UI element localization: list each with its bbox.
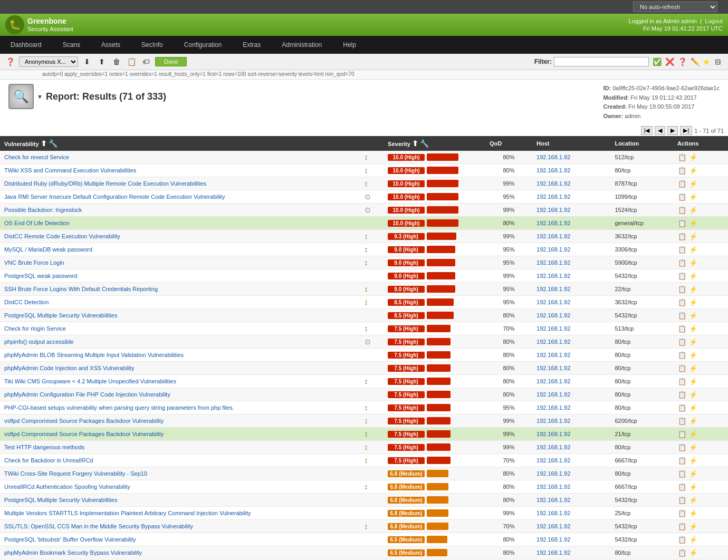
details-action-icon[interactable]: 📋 [677,522,687,531]
details-action-icon[interactable]: 📋 [677,363,687,373]
report-collapse-icon[interactable]: ▾ [38,92,42,101]
note-action-icon[interactable]: ⚡ [688,192,698,201]
note-action-icon[interactable]: ⚡ [688,416,698,426]
details-action-icon[interactable]: 📋 [677,376,687,386]
tag-icon[interactable]: 🏷 [140,56,152,67]
vuln-link[interactable]: Check for rexecd Service [4,154,69,160]
admin-link[interactable]: admin [681,18,697,24]
page-prev-button[interactable]: ◀ [655,126,665,135]
note-action-icon[interactable]: ⚡ [688,311,698,320]
host-link[interactable]: 192.168.1.92 [537,312,570,318]
vuln-link[interactable]: phpMyAdmin Code Injection and XSS Vulner… [4,365,135,371]
host-link[interactable]: 192.168.1.92 [537,470,570,477]
host-link[interactable]: 192.168.1.92 [537,391,570,398]
note-action-icon[interactable]: ⚡ [688,442,698,452]
move-icon[interactable]: 📋 [126,56,137,67]
vuln-link[interactable]: DistCC Detection [4,299,49,305]
nav-secinfo[interactable]: SecInfo [131,36,174,54]
host-link[interactable]: 192.168.1.92 [537,549,570,556]
host-link[interactable]: 192.168.1.92 [537,523,570,529]
vuln-link[interactable]: Check for Backdoor in UnrealIRCd [4,457,93,464]
note-action-icon[interactable]: ⚡ [688,522,698,531]
nav-scans[interactable]: Scans [52,36,91,54]
host-link[interactable]: 192.168.1.92 [537,378,570,384]
nav-help[interactable]: Help [332,36,367,54]
vuln-link[interactable]: TWiki XSS and Command Execution Vulnerab… [4,167,136,173]
details-action-icon[interactable]: 📋 [677,218,687,228]
details-action-icon[interactable]: 📋 [677,297,687,307]
note-action-icon[interactable]: ⚡ [688,403,698,412]
vuln-link[interactable]: SSH Brute Force Logins With Default Cred… [4,286,158,292]
details-action-icon[interactable]: 📋 [677,508,687,518]
note-action-icon[interactable]: ⚡ [688,284,698,294]
note-action-icon[interactable]: ⚡ [688,482,698,491]
vuln-link[interactable]: PostgreSQL Multiple Security Vulnerabili… [4,497,117,503]
note-action-icon[interactable]: ⚡ [688,469,698,478]
host-link[interactable]: 192.168.1.92 [537,233,570,239]
vuln-link[interactable]: phpMyAdmin BLOB Streaming Multiple Input… [4,352,184,358]
vuln-link[interactable]: phpMyAdmin Bookmark Security Bypass Vuln… [4,549,142,556]
details-action-icon[interactable]: 📋 [677,390,687,399]
vuln-link[interactable]: Check for rlogin Service [4,325,66,332]
details-action-icon[interactable]: 📋 [677,429,687,439]
note-action-icon[interactable]: ⚡ [688,245,698,254]
note-action-icon[interactable]: ⚡ [688,271,698,281]
note-action-icon[interactable]: ⚡ [688,548,698,557]
nav-assets[interactable]: Assets [91,36,131,54]
filter-apply-icon[interactable]: ✅ [651,56,663,67]
filter-clear-icon[interactable]: ❌ [664,56,675,67]
note-action-icon[interactable]: ⚡ [688,218,698,228]
help-icon[interactable]: ❓ [4,56,16,67]
autorefresh-select[interactable]: No auto-refresh 30 seconds 1 minute 5 mi… [633,2,717,12]
note-action-icon[interactable]: ⚡ [688,166,698,175]
details-action-icon[interactable]: 📋 [677,245,687,254]
page-last-button[interactable]: ▶| [680,126,692,135]
details-action-icon[interactable]: 📋 [677,495,687,505]
details-action-icon[interactable]: 📋 [677,284,687,294]
details-action-icon[interactable]: 📋 [677,456,687,465]
host-link[interactable]: 192.168.1.92 [537,180,570,187]
export-icon[interactable]: ⬇ [81,56,93,67]
details-action-icon[interactable]: 📋 [677,403,687,412]
details-action-icon[interactable]: 📋 [677,482,687,491]
vuln-link[interactable]: OS End Of Life Detection [4,220,70,226]
details-action-icon[interactable]: 📋 [677,231,687,241]
details-action-icon[interactable]: 📋 [677,179,687,188]
note-action-icon[interactable]: ⚡ [688,456,698,465]
vuln-link[interactable]: phpMyAdmin Configuration File PHP Code I… [4,391,170,398]
vuln-link[interactable]: Possible Backdoor: Ingreslock [4,207,82,213]
details-action-icon[interactable]: 📋 [677,271,687,281]
nav-dashboard[interactable]: Dashboard [0,36,52,54]
note-action-icon[interactable]: ⚡ [688,179,698,188]
filter-sev-icon[interactable]: 🔧 [420,139,429,148]
host-link[interactable]: 192.168.1.92 [537,536,570,543]
filter-input[interactable] [554,57,649,66]
note-action-icon[interactable]: ⚡ [688,390,698,399]
vuln-link[interactable]: Test HTTP dangerous methods [4,444,84,450]
favorite-icon[interactable]: ★ [703,57,710,67]
vuln-link[interactable]: Tiki Wiki CMS Groupware < 4.2 Multiple U… [4,378,176,384]
nav-extras[interactable]: Extras [232,36,271,54]
details-action-icon[interactable]: 📋 [677,535,687,544]
details-action-icon[interactable]: 📋 [677,152,687,162]
host-link[interactable]: 192.168.1.92 [537,207,570,213]
host-link[interactable]: 192.168.1.92 [537,259,570,266]
nav-configuration[interactable]: Configuration [174,36,232,54]
note-action-icon[interactable]: ⚡ [688,508,698,518]
details-action-icon[interactable]: 📋 [677,337,687,346]
host-link[interactable]: 192.168.1.92 [537,431,570,437]
host-link[interactable]: 192.168.1.92 [537,154,570,160]
details-action-icon[interactable]: 📋 [677,205,687,215]
host-link[interactable]: 192.168.1.92 [537,352,570,358]
host-link[interactable]: 192.168.1.92 [537,510,570,516]
import-icon[interactable]: ⬆ [96,56,108,67]
note-action-icon[interactable]: ⚡ [688,429,698,439]
host-link[interactable]: 192.168.1.92 [537,299,570,305]
logout-link[interactable]: Logout [705,18,723,24]
vuln-link[interactable]: vsftpd Compromised Source Packages Backd… [4,431,164,437]
host-link[interactable]: 192.168.1.92 [537,167,570,173]
details-action-icon[interactable]: 📋 [677,324,687,333]
sort-vuln-icon[interactable]: ⬆ [41,139,47,148]
host-link[interactable]: 192.168.1.92 [537,273,570,279]
page-first-button[interactable]: |◀ [641,126,653,135]
